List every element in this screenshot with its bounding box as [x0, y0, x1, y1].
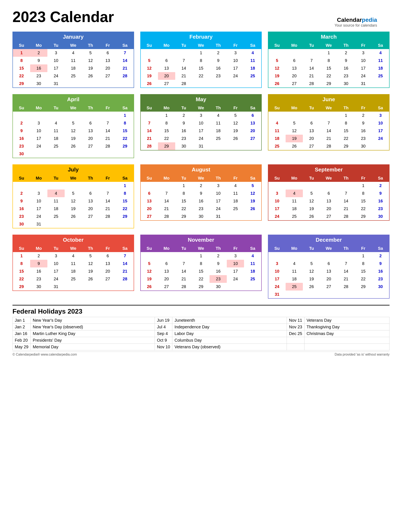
- day-header-we: We: [65, 175, 82, 182]
- day-19: 19: [303, 275, 320, 283]
- day-17: 17: [192, 127, 210, 135]
- day-header-we: We: [65, 42, 82, 49]
- day-18: 18: [227, 197, 244, 205]
- day-4: 4: [244, 49, 261, 57]
- day-24: 24: [192, 135, 210, 142]
- page-title: 2023 Calendar: [13, 8, 389, 25]
- day-4: 4: [227, 182, 244, 190]
- day-7: 7: [320, 119, 337, 127]
- empty-day-end: [99, 220, 116, 228]
- holidays-section: Federal Holidays 2023 Jan 1New Year's Da…: [13, 305, 389, 356]
- day-27: 27: [320, 283, 337, 291]
- day-15: 15: [355, 197, 372, 205]
- holiday-name: Memorial Day: [31, 344, 155, 350]
- day-10: 10: [47, 57, 65, 64]
- month-november: NovemberSuMoTuWeThFrSa123456789101112131…: [140, 235, 262, 299]
- day-11: 11: [210, 119, 227, 127]
- day-header-mo: Mo: [286, 42, 303, 49]
- day-5: 5: [65, 190, 82, 197]
- day-16: 16: [30, 267, 47, 275]
- empty-day-end: [210, 142, 227, 150]
- day-header-sa: Sa: [372, 104, 389, 112]
- empty-day: [158, 49, 175, 57]
- holiday-date: Nov 10: [155, 344, 172, 350]
- day-header-sa: Sa: [372, 175, 389, 182]
- day-6: 6: [158, 260, 175, 267]
- day-27: 27: [320, 213, 337, 220]
- day-header-tu: Tu: [47, 104, 65, 112]
- day-16: 16: [210, 267, 227, 275]
- day-30: 30: [13, 220, 30, 228]
- empty-day-end: [65, 283, 82, 291]
- day-15: 15: [116, 127, 134, 135]
- holiday-date: May 29: [13, 344, 31, 350]
- day-6: 6: [286, 57, 303, 64]
- day-4: 4: [47, 190, 65, 197]
- day-4: 4: [47, 119, 65, 127]
- day-9: 9: [337, 57, 355, 64]
- day-12: 12: [82, 57, 99, 64]
- day-27: 27: [82, 142, 99, 150]
- day-18: 18: [210, 127, 227, 135]
- empty-day: [13, 182, 30, 190]
- day-25: 25: [210, 135, 227, 142]
- day-header-fr: Fr: [227, 245, 244, 252]
- day-header-th: Th: [337, 175, 355, 182]
- day-3: 3: [30, 190, 47, 197]
- day-20: 20: [320, 275, 337, 283]
- day-header-sa: Sa: [244, 42, 261, 49]
- day-24: 24: [47, 275, 65, 283]
- day-7: 7: [99, 190, 116, 197]
- day-12: 12: [244, 190, 261, 197]
- day-14: 14: [303, 64, 320, 72]
- day-14: 14: [320, 127, 337, 135]
- day-25: 25: [372, 72, 389, 80]
- month-header-february: February: [141, 32, 262, 42]
- day-3: 3: [372, 112, 389, 119]
- day-29: 29: [13, 283, 30, 291]
- day-20: 20: [303, 135, 320, 142]
- day-3: 3: [47, 252, 65, 260]
- day-6: 6: [303, 119, 320, 127]
- empty-day-end: [82, 150, 99, 158]
- day-28: 28: [116, 72, 134, 80]
- day-15: 15: [175, 197, 192, 205]
- day-8: 8: [192, 260, 210, 267]
- day-header-tu: Tu: [47, 42, 65, 49]
- day-18: 18: [286, 275, 303, 283]
- day-21: 21: [99, 135, 116, 142]
- day-28: 28: [141, 142, 158, 150]
- day-21: 21: [175, 275, 192, 283]
- holiday-name: Columbus Day: [172, 337, 287, 344]
- day-23: 23: [372, 275, 389, 283]
- day-13: 13: [158, 267, 175, 275]
- day-16: 16: [372, 197, 389, 205]
- day-22: 22: [192, 275, 210, 283]
- day-12: 12: [141, 64, 158, 72]
- day-4: 4: [268, 119, 286, 127]
- day-header-tu: Tu: [47, 175, 65, 182]
- day-2: 2: [372, 182, 389, 190]
- day-11: 11: [286, 267, 303, 275]
- empty-day-end: [65, 80, 82, 88]
- empty-day-end: [116, 283, 134, 291]
- empty-day-end: [82, 80, 99, 88]
- empty-day: [30, 112, 47, 119]
- empty-day: [158, 252, 175, 260]
- day-24: 24: [355, 72, 372, 80]
- empty-day-end: [82, 283, 99, 291]
- day-19: 19: [82, 267, 99, 275]
- empty-day: [13, 112, 30, 119]
- empty-day: [303, 182, 320, 190]
- day-24: 24: [372, 135, 389, 142]
- month-header-july: July: [13, 165, 134, 175]
- empty-day: [268, 49, 286, 57]
- day-15: 15: [13, 267, 30, 275]
- day-header-sa: Sa: [372, 42, 389, 49]
- day-24: 24: [210, 205, 227, 213]
- day-header-su: Su: [13, 104, 30, 112]
- day-14: 14: [337, 267, 355, 275]
- day-7: 7: [116, 252, 134, 260]
- day-23: 23: [30, 275, 47, 283]
- day-4: 4: [286, 190, 303, 197]
